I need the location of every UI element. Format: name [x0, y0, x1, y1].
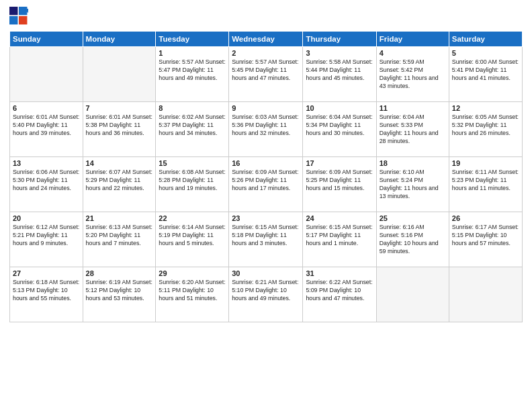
day-detail: Sunrise: 6:20 AM Sunset: 5:11 PM Dayligh…: [159, 279, 226, 303]
day-cell: 4Sunrise: 5:59 AM Sunset: 5:42 PM Daylig…: [376, 47, 449, 102]
weekday-header-saturday: Saturday: [449, 32, 522, 47]
day-number: 21: [86, 214, 153, 222]
day-cell: 7Sunrise: 6:01 AM Sunset: 5:38 PM Daylig…: [83, 102, 156, 157]
day-detail: Sunrise: 6:04 AM Sunset: 5:33 PM Dayligh…: [380, 113, 446, 146]
day-number: 10: [306, 104, 373, 112]
weekday-header-sunday: Sunday: [10, 32, 83, 47]
day-detail: Sunrise: 6:10 AM Sunset: 5:24 PM Dayligh…: [380, 169, 446, 201]
day-detail: Sunrise: 6:21 AM Sunset: 5:10 PM Dayligh…: [232, 279, 300, 303]
day-detail: Sunrise: 6:09 AM Sunset: 5:26 PM Dayligh…: [232, 169, 300, 193]
day-number: 8: [159, 104, 226, 112]
day-cell: 31Sunrise: 6:22 AM Sunset: 5:09 PM Dayli…: [303, 267, 376, 322]
day-detail: Sunrise: 6:04 AM Sunset: 5:34 PM Dayligh…: [306, 113, 373, 138]
week-row-0: 1Sunrise: 5:57 AM Sunset: 5:47 PM Daylig…: [10, 47, 523, 102]
day-number: 12: [452, 104, 519, 112]
week-row-4: 27Sunrise: 6:18 AM Sunset: 5:13 PM Dayli…: [10, 267, 523, 322]
weekday-header-friday: Friday: [376, 32, 449, 47]
day-cell: 12Sunrise: 6:05 AM Sunset: 5:32 PM Dayli…: [449, 102, 522, 157]
day-detail: Sunrise: 6:07 AM Sunset: 5:29 PM Dayligh…: [86, 169, 153, 193]
weekday-header-monday: Monday: [83, 32, 156, 47]
day-number: 19: [452, 159, 519, 167]
day-number: 11: [380, 104, 446, 112]
day-detail: Sunrise: 6:19 AM Sunset: 5:12 PM Dayligh…: [86, 279, 153, 303]
weekday-header-tuesday: Tuesday: [156, 32, 229, 47]
week-row-2: 13Sunrise: 6:06 AM Sunset: 5:30 PM Dayli…: [10, 157, 523, 212]
day-cell: 15Sunrise: 6:08 AM Sunset: 5:28 PM Dayli…: [156, 157, 229, 212]
header: [9, 7, 523, 26]
day-cell: 2Sunrise: 5:57 AM Sunset: 5:45 PM Daylig…: [229, 47, 303, 102]
day-detail: Sunrise: 6:12 AM Sunset: 5:21 PM Dayligh…: [13, 224, 80, 248]
day-detail: Sunrise: 6:00 AM Sunset: 5:41 PM Dayligh…: [452, 58, 519, 83]
week-row-1: 6Sunrise: 6:01 AM Sunset: 5:40 PM Daylig…: [10, 102, 523, 157]
day-detail: Sunrise: 5:57 AM Sunset: 5:47 PM Dayligh…: [159, 58, 226, 83]
day-detail: Sunrise: 6:15 AM Sunset: 5:17 PM Dayligh…: [306, 224, 373, 248]
day-number: 24: [306, 214, 373, 222]
day-number: 16: [232, 159, 300, 167]
day-number: 28: [86, 269, 153, 277]
svg-rect-3: [19, 16, 27, 24]
day-cell: [376, 267, 449, 322]
day-number: 18: [380, 159, 446, 167]
day-cell: 8Sunrise: 6:02 AM Sunset: 5:37 PM Daylig…: [156, 102, 229, 157]
day-cell: 17Sunrise: 6:09 AM Sunset: 5:25 PM Dayli…: [303, 157, 376, 212]
day-detail: Sunrise: 6:11 AM Sunset: 5:23 PM Dayligh…: [452, 169, 519, 193]
day-detail: Sunrise: 6:03 AM Sunset: 5:36 PM Dayligh…: [232, 113, 300, 138]
day-cell: 23Sunrise: 6:15 AM Sunset: 5:18 PM Dayli…: [229, 212, 303, 267]
week-row-3: 20Sunrise: 6:12 AM Sunset: 5:21 PM Dayli…: [10, 212, 523, 267]
day-number: 14: [86, 159, 153, 167]
day-cell: 26Sunrise: 6:17 AM Sunset: 5:15 PM Dayli…: [449, 212, 522, 267]
day-number: 5: [452, 49, 519, 57]
day-cell: 21Sunrise: 6:13 AM Sunset: 5:20 PM Dayli…: [83, 212, 156, 267]
day-detail: Sunrise: 6:15 AM Sunset: 5:18 PM Dayligh…: [232, 224, 300, 248]
svg-rect-2: [9, 16, 17, 24]
day-cell: 28Sunrise: 6:19 AM Sunset: 5:12 PM Dayli…: [83, 267, 156, 322]
day-cell: 13Sunrise: 6:06 AM Sunset: 5:30 PM Dayli…: [10, 157, 83, 212]
day-number: 15: [159, 159, 226, 167]
day-cell: [449, 267, 522, 322]
day-cell: 9Sunrise: 6:03 AM Sunset: 5:36 PM Daylig…: [229, 102, 303, 157]
day-number: 22: [159, 214, 226, 222]
day-number: 23: [232, 214, 300, 222]
day-detail: Sunrise: 6:17 AM Sunset: 5:15 PM Dayligh…: [452, 224, 519, 248]
day-number: 27: [13, 269, 80, 277]
day-number: 31: [306, 269, 373, 277]
svg-rect-1: [19, 7, 27, 15]
day-cell: 19Sunrise: 6:11 AM Sunset: 5:23 PM Dayli…: [449, 157, 522, 212]
day-number: 26: [452, 214, 519, 222]
day-detail: Sunrise: 5:58 AM Sunset: 5:44 PM Dayligh…: [306, 58, 373, 83]
day-number: 1: [159, 49, 226, 57]
day-number: 4: [380, 49, 446, 57]
day-detail: Sunrise: 6:13 AM Sunset: 5:20 PM Dayligh…: [86, 224, 153, 248]
logo-icon: [9, 7, 28, 26]
day-number: 20: [13, 214, 80, 222]
day-cell: 27Sunrise: 6:18 AM Sunset: 5:13 PM Dayli…: [10, 267, 83, 322]
day-cell: 22Sunrise: 6:14 AM Sunset: 5:19 PM Dayli…: [156, 212, 229, 267]
day-detail: Sunrise: 6:05 AM Sunset: 5:32 PM Dayligh…: [452, 113, 519, 138]
calendar-table: SundayMondayTuesdayWednesdayThursdayFrid…: [9, 31, 523, 322]
day-number: 9: [232, 104, 300, 112]
day-cell: 25Sunrise: 6:16 AM Sunset: 5:16 PM Dayli…: [376, 212, 449, 267]
day-cell: 30Sunrise: 6:21 AM Sunset: 5:10 PM Dayli…: [229, 267, 303, 322]
day-detail: Sunrise: 5:59 AM Sunset: 5:42 PM Dayligh…: [380, 58, 446, 91]
day-cell: 5Sunrise: 6:00 AM Sunset: 5:41 PM Daylig…: [449, 47, 522, 102]
weekday-header-thursday: Thursday: [303, 32, 376, 47]
day-cell: 16Sunrise: 6:09 AM Sunset: 5:26 PM Dayli…: [229, 157, 303, 212]
day-cell: [83, 47, 156, 102]
day-cell: 29Sunrise: 6:20 AM Sunset: 5:11 PM Dayli…: [156, 267, 229, 322]
weekday-header-wednesday: Wednesday: [229, 32, 303, 47]
day-cell: 24Sunrise: 6:15 AM Sunset: 5:17 PM Dayli…: [303, 212, 376, 267]
day-detail: Sunrise: 6:16 AM Sunset: 5:16 PM Dayligh…: [380, 224, 446, 256]
weekday-header-row: SundayMondayTuesdayWednesdayThursdayFrid…: [10, 32, 523, 47]
day-detail: Sunrise: 6:22 AM Sunset: 5:09 PM Dayligh…: [306, 279, 373, 303]
day-detail: Sunrise: 6:14 AM Sunset: 5:19 PM Dayligh…: [159, 224, 226, 248]
day-cell: [10, 47, 83, 102]
day-number: 17: [306, 159, 373, 167]
day-cell: 6Sunrise: 6:01 AM Sunset: 5:40 PM Daylig…: [10, 102, 83, 157]
day-number: 3: [306, 49, 373, 57]
svg-rect-0: [9, 7, 17, 15]
day-detail: Sunrise: 6:06 AM Sunset: 5:30 PM Dayligh…: [13, 169, 80, 193]
day-detail: Sunrise: 6:08 AM Sunset: 5:28 PM Dayligh…: [159, 169, 226, 193]
day-cell: 14Sunrise: 6:07 AM Sunset: 5:29 PM Dayli…: [83, 157, 156, 212]
day-number: 6: [13, 104, 80, 112]
day-detail: Sunrise: 6:02 AM Sunset: 5:37 PM Dayligh…: [159, 113, 226, 138]
